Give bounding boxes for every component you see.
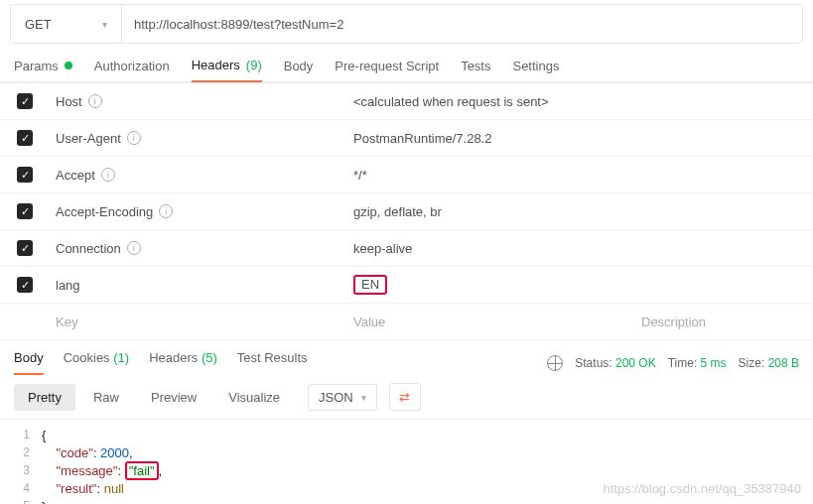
info-icon: i xyxy=(88,94,102,108)
method-label: GET xyxy=(25,17,52,32)
checkbox-checked-icon[interactable]: ✓ xyxy=(17,203,33,219)
key-text: User-Agent xyxy=(56,131,121,146)
new-value-input[interactable]: Value xyxy=(347,315,635,329)
code-val: 2000 xyxy=(100,445,129,460)
info-icon: i xyxy=(159,204,173,218)
body-view-bar: Pretty Raw Preview Visualize JSON▾ ⇄ xyxy=(0,375,813,420)
globe-icon[interactable] xyxy=(547,355,563,371)
table-row-new[interactable]: Key Value Description xyxy=(0,304,813,340)
line-number: 4 xyxy=(0,481,42,495)
tab-params[interactable]: Params xyxy=(14,59,72,81)
checkbox-checked-icon[interactable]: ✓ xyxy=(17,277,33,293)
header-value[interactable]: EN xyxy=(347,275,635,295)
status-value: 200 OK xyxy=(615,356,656,370)
line-number: 2 xyxy=(0,445,42,459)
header-value[interactable]: PostmanRuntime/7.28.2 xyxy=(347,131,635,146)
line-number: 5 xyxy=(0,499,42,504)
header-key[interactable]: Connectioni xyxy=(50,241,347,256)
view-preview[interactable]: Preview xyxy=(137,384,210,411)
header-key[interactable]: User-Agenti xyxy=(50,131,347,146)
tab-params-label: Params xyxy=(14,59,59,73)
format-select[interactable]: JSON▾ xyxy=(308,384,377,411)
tab-body[interactable]: Body xyxy=(284,59,314,81)
table-row[interactable]: ✓ Hosti <calculated when request is sent… xyxy=(0,83,813,120)
info-icon: i xyxy=(127,241,141,255)
key-text: lang xyxy=(56,278,80,293)
header-key[interactable]: Hosti xyxy=(50,94,347,109)
checkbox-checked-icon[interactable]: ✓ xyxy=(17,167,33,183)
request-tabs: Params Authorization Headers (9) Body Pr… xyxy=(0,44,813,82)
rheaders-label: Headers xyxy=(149,350,198,365)
wrap-lines-button[interactable]: ⇄ xyxy=(389,383,421,411)
checkbox-checked-icon[interactable]: ✓ xyxy=(17,130,33,146)
response-tabs: Body Cookies (1) Headers (5) Test Result… xyxy=(14,350,308,375)
tab-headers[interactable]: Headers (9) xyxy=(192,58,262,82)
table-row[interactable]: ✓ lang EN xyxy=(0,267,813,304)
format-label: JSON xyxy=(319,390,353,405)
key-text: Connection xyxy=(56,241,121,256)
code-text: "message": "fail", xyxy=(42,463,162,478)
code-text: { xyxy=(42,428,46,442)
info-icon: i xyxy=(101,168,115,182)
header-value[interactable]: keep-alive xyxy=(347,241,635,256)
new-key-input[interactable]: Key xyxy=(50,315,347,329)
http-method-select[interactable]: GET ▾ xyxy=(11,5,122,43)
headers-table: ✓ Hosti <calculated when request is sent… xyxy=(0,82,813,340)
header-key[interactable]: Accepti xyxy=(50,168,347,183)
request-bar: GET ▾ http://localhost:8899/test?testNum… xyxy=(10,4,803,44)
header-key[interactable]: Accept-Encodingi xyxy=(50,204,347,219)
rheaders-count: (5) xyxy=(202,350,217,365)
tab-authorization[interactable]: Authorization xyxy=(94,59,170,81)
size-l: Size: xyxy=(739,356,765,370)
response-tab-headers[interactable]: Headers (5) xyxy=(149,350,217,375)
key-text: Host xyxy=(56,94,82,109)
response-tab-testresults[interactable]: Test Results xyxy=(237,350,308,375)
table-row[interactable]: ✓ User-Agenti PostmanRuntime/7.28.2 xyxy=(0,120,813,157)
params-active-dot-icon xyxy=(65,62,72,69)
response-tab-cookies[interactable]: Cookies (1) xyxy=(64,350,129,375)
code-text: "result": null xyxy=(42,481,124,496)
code-text: "code": 2000, xyxy=(42,445,133,460)
cookies-count: (1) xyxy=(113,350,129,365)
headers-count: (9) xyxy=(246,58,262,72)
watermark-text: https://blog.csdn.net/qq_35387940 xyxy=(604,481,802,496)
header-value[interactable]: <calculated when request is sent> xyxy=(347,94,635,109)
response-tabs-bar: Body Cookies (1) Headers (5) Test Result… xyxy=(0,339,813,375)
tab-tests[interactable]: Tests xyxy=(461,59,490,81)
table-row[interactable]: ✓ Connectioni keep-alive xyxy=(0,230,813,267)
status-label: Status: 200 OK xyxy=(575,356,655,370)
tab-prerequest[interactable]: Pre-request Script xyxy=(335,59,439,81)
code-text: } xyxy=(42,499,46,505)
status-l: Status: xyxy=(575,356,611,370)
header-value[interactable]: */* xyxy=(347,168,635,183)
chevron-down-icon: ▾ xyxy=(361,392,366,403)
chevron-down-icon: ▾ xyxy=(102,19,107,30)
checkbox-checked-icon[interactable]: ✓ xyxy=(17,240,33,256)
time-label: Time: 5 ms xyxy=(668,356,727,370)
table-row[interactable]: ✓ Accepti */* xyxy=(0,157,813,193)
tab-headers-label: Headers xyxy=(192,58,240,72)
view-raw[interactable]: Raw xyxy=(79,384,133,411)
highlighted-message: "fail" xyxy=(125,461,159,480)
size-value: 208 B xyxy=(768,356,799,370)
tab-settings[interactable]: Settings xyxy=(512,59,559,81)
highlighted-value: EN xyxy=(353,275,387,295)
response-tab-body[interactable]: Body xyxy=(14,350,44,375)
size-label: Size: 208 B xyxy=(739,356,799,370)
view-pretty[interactable]: Pretty xyxy=(14,384,75,411)
new-desc-input[interactable]: Description xyxy=(635,315,813,329)
view-visualize[interactable]: Visualize xyxy=(214,384,294,411)
time-l: Time: xyxy=(668,356,698,370)
url-text: http://localhost:8899/test?testNum=2 xyxy=(134,17,343,32)
line-number: 1 xyxy=(0,428,42,441)
checkbox-checked-icon[interactable]: ✓ xyxy=(17,93,33,109)
url-input[interactable]: http://localhost:8899/test?testNum=2 xyxy=(122,5,802,43)
header-value[interactable]: gzip, deflate, br xyxy=(347,204,635,219)
key-text: Accept xyxy=(56,168,95,183)
wrap-icon: ⇄ xyxy=(399,390,410,405)
line-number: 3 xyxy=(0,463,42,477)
table-row[interactable]: ✓ Accept-Encodingi gzip, deflate, br xyxy=(0,193,813,230)
time-value: 5 ms xyxy=(701,356,727,370)
response-stats: Status: 200 OK Time: 5 ms Size: 208 B xyxy=(547,355,799,371)
header-key[interactable]: lang xyxy=(50,278,347,293)
